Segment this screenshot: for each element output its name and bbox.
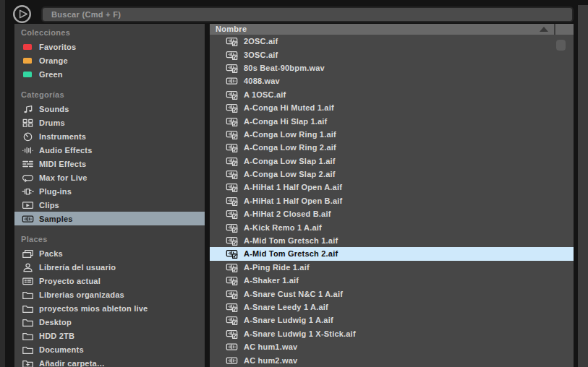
file-row[interactable]: A-Conga Hi Slap 1.aif: [210, 114, 574, 127]
file-row[interactable]: 2OSC.aif: [210, 35, 574, 48]
sample-edited-icon: [225, 169, 238, 179]
file-name: 80s Beat-90bpm.wav: [244, 64, 325, 72]
sort-ascending-icon: [540, 27, 548, 32]
file-name: A-Conga Hi Muted 1.aif: [244, 103, 334, 112]
color-swatch-icon: [21, 58, 34, 64]
play-circle-icon[interactable]: [12, 4, 33, 25]
sidebar-item-sounds[interactable]: Sounds: [14, 102, 205, 116]
folder-icon: [21, 345, 34, 355]
sidebar-item-label: Librerias organizadas: [39, 290, 124, 299]
sample-edited-icon: [225, 50, 238, 60]
sidebar-item-label: Añadir carpeta…: [39, 359, 105, 367]
file-row[interactable]: A-Conga Low Ring 2.aif: [210, 141, 574, 154]
sidebar-item-audio-effects[interactable]: Audio Effects: [14, 143, 205, 157]
sidebar-item-proyecto-actual[interactable]: Proyecto actual: [14, 274, 205, 288]
file-row[interactable]: AC hum2.wav: [210, 353, 574, 366]
file-row[interactable]: A-Conga Low Ring 1.aif: [210, 128, 574, 141]
file-row[interactable]: 80s Beat-90bpm.wav: [210, 61, 574, 74]
file-row[interactable]: A-Snare Leedy 1 A.aif: [210, 301, 574, 314]
file-row[interactable]: A-Conga Hi Muted 1.aif: [210, 101, 574, 114]
sample-edited-icon: [225, 262, 238, 272]
file-row[interactable]: 4088.wav: [210, 74, 574, 87]
file-row[interactable]: 3OSC.aif: [210, 48, 574, 61]
file-row[interactable]: A-Ping Ride 1.aif: [210, 261, 574, 274]
sample-edited-icon: [225, 302, 238, 312]
sample-edited-icon: [225, 182, 238, 192]
sidebar-item-librer-a-del-usuario[interactable]: Librería del usuario: [14, 260, 205, 274]
sidebar-item-favoritos[interactable]: Favoritos: [14, 40, 205, 53]
file-name: 3OSC.aif: [244, 51, 278, 59]
column-header-nombre[interactable]: Nombre: [210, 24, 574, 35]
sidebar-item-hdd-2tb[interactable]: HDD 2TB: [14, 329, 205, 342]
file-row[interactable]: A-Shaker 1.aif: [210, 274, 574, 287]
file-name: A-HiHat 2 Closed B.aif: [244, 210, 331, 218]
sidebar-item-green[interactable]: Green: [14, 67, 205, 81]
sample-icon: [225, 76, 238, 86]
file-row[interactable]: A-Mid Tom Gretsch 2.aif: [210, 247, 574, 260]
file-row[interactable]: A-Conga Low Slap 2.aif: [210, 168, 574, 181]
file-row[interactable]: A-HiHat 1 Half Open B.aif: [210, 194, 574, 207]
file-name: A-Snare Ludwig 1 A.aif: [244, 316, 333, 324]
file-row[interactable]: A-HiHat 2 Closed B.aif: [210, 207, 574, 220]
sidebar-item-orange[interactable]: Orange: [14, 53, 205, 67]
sidebar-item-a-adir-carpeta[interactable]: Añadir carpeta…: [14, 356, 205, 367]
sidebar-item-drums[interactable]: Drums: [14, 116, 205, 129]
file-name: A-Snare Ludwig 1 X-Stick.aif: [244, 329, 356, 338]
file-row[interactable]: A-Kick Remo 1 A.aif: [210, 220, 574, 233]
plug-icon: [21, 186, 34, 197]
file-row[interactable]: AC hum1.wav: [210, 340, 574, 353]
file-list: 2OSC.aif3OSC.aif80s Beat-90bpm.wav4088.w…: [210, 35, 574, 367]
sample-edited-icon: [225, 289, 238, 299]
sample-edited-icon: [225, 36, 238, 46]
file-name: AC hum2.wav: [244, 356, 297, 365]
sidebar-item-midi-effects[interactable]: MIDI Effects: [14, 157, 205, 170]
sidebar-item-label: Sounds: [39, 105, 69, 113]
file-name: A-Conga Hi Slap 1.aif: [244, 117, 327, 126]
sidebar-item-proyectos-mios-ableton-live[interactable]: proyectos mios ableton live: [14, 301, 205, 315]
sidebar-item-label: Proyecto actual: [39, 277, 101, 285]
section-title-colecciones: Colecciones: [14, 26, 205, 40]
sidebar-item-librerias-organizadas[interactable]: Librerias organizadas: [14, 288, 205, 301]
file-name: A-Kick Remo 1 A.aif: [244, 223, 322, 232]
search-input[interactable]: [41, 7, 574, 22]
sample-edited-icon: [225, 116, 238, 126]
file-name: A-Ping Ride 1.aif: [244, 263, 310, 272]
file-row[interactable]: A 1OSC.aif: [210, 88, 574, 101]
file-name: A-Snare Leedy 1 A.aif: [244, 303, 328, 311]
sidebar-item-instruments[interactable]: Instruments: [14, 129, 205, 143]
column-header-label: Nombre: [216, 24, 247, 35]
vertical-scrollbar-thumb[interactable]: [556, 40, 566, 51]
sidebar-item-label: Desktop: [39, 318, 72, 327]
sidebar-item-label: Documents: [39, 345, 84, 354]
file-row[interactable]: A-Snare Ludwig 1 A.aif: [210, 314, 574, 327]
file-row[interactable]: A-Snare Cust N&C 1 A.aif: [210, 287, 574, 300]
file-name: A-Conga Low Slap 1.aif: [244, 157, 336, 165]
sidebar-item-max-for-live[interactable]: Max for Live: [14, 170, 205, 184]
audio-effect-icon: [21, 145, 34, 155]
file-list-panel: Nombre 2OSC.aif3OSC.aif80s Beat-90bpm.wa…: [210, 24, 574, 367]
sidebar-item-samples[interactable]: Samples: [14, 212, 205, 225]
clip-icon: [21, 200, 34, 210]
file-name: A-Shaker 1.aif: [244, 276, 299, 285]
file-row[interactable]: A-HiHat 1 Half Open A.aif: [210, 181, 574, 194]
packs-icon: [21, 249, 34, 259]
sidebar-item-label: Green: [39, 70, 63, 79]
sample-edited-icon: [225, 103, 238, 113]
drums-icon: [21, 118, 34, 128]
sidebar-item-clips[interactable]: Clips: [14, 198, 205, 212]
sample-edited-icon: [225, 329, 238, 339]
sidebar-item-plug-ins[interactable]: Plug-ins: [14, 184, 205, 198]
folder-icon: [21, 317, 34, 327]
sidebar-item-label: Instruments: [39, 132, 86, 141]
sidebar-item-packs[interactable]: Packs: [14, 246, 205, 260]
file-row[interactable]: A-Mid Tom Gretsch 1.aif: [210, 234, 574, 247]
sample-icon: [225, 342, 238, 352]
sample-edited-icon: [225, 249, 238, 259]
file-row[interactable]: A-Conga Low Slap 1.aif: [210, 155, 574, 168]
folder-icon: [21, 303, 34, 314]
color-swatch-icon: [21, 44, 34, 50]
sample-edited-icon: [225, 223, 238, 233]
sidebar-item-documents[interactable]: Documents: [14, 342, 205, 356]
file-row[interactable]: A-Snare Ludwig 1 X-Stick.aif: [210, 327, 574, 340]
sidebar-item-desktop[interactable]: Desktop: [14, 315, 205, 329]
